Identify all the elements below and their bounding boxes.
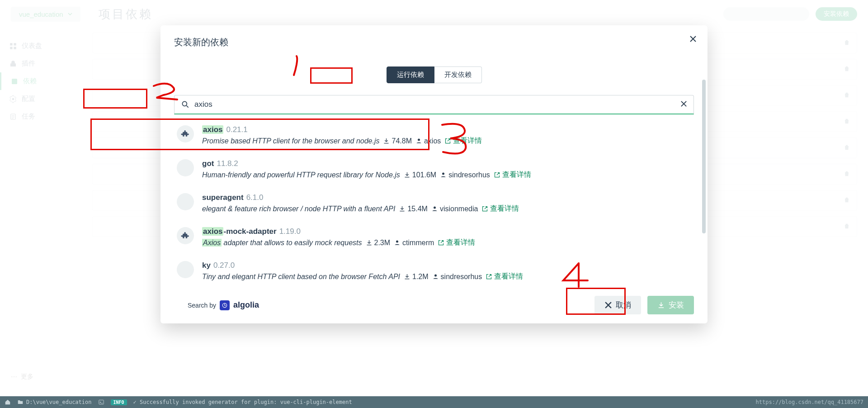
package-version: 1.19.0 xyxy=(279,227,301,236)
status-path[interactable]: D:\vue\vue_education xyxy=(17,399,92,405)
package-name: axios xyxy=(202,125,223,134)
package-name: superagent xyxy=(202,193,244,202)
svg-point-10 xyxy=(434,207,436,209)
status-bar: D:\vue\vue_education INFO ✓ Successfully… xyxy=(0,396,868,408)
svg-point-11 xyxy=(396,241,398,243)
svg-point-8 xyxy=(418,139,420,141)
home-icon[interactable] xyxy=(5,399,11,405)
search-results: axios0.21.1Promise based HTTP client for… xyxy=(174,119,694,289)
owner-meta: axios xyxy=(415,137,441,145)
package-version: 6.1.0 xyxy=(246,193,264,202)
svg-rect-14 xyxy=(99,400,104,404)
downloads-meta: 2.3M xyxy=(366,239,391,247)
owner-meta: ctimmerm xyxy=(394,239,434,247)
result-row[interactable]: ky0.27.0Tiny and elegant HTTP client bas… xyxy=(174,255,691,289)
install-button[interactable]: 安装 xyxy=(647,296,694,314)
search-container xyxy=(174,95,694,114)
clear-icon[interactable] xyxy=(680,100,687,109)
package-name: ky xyxy=(202,261,211,270)
view-detail-link[interactable]: 查看详情 xyxy=(481,204,519,213)
svg-point-7 xyxy=(182,101,187,106)
search-input[interactable] xyxy=(194,100,675,109)
install-dependency-modal: 安装新的依赖 运行依赖 开发依赖 axios0.21.1Promise base… xyxy=(160,25,708,323)
tab-runtime-deps[interactable]: 运行依赖 xyxy=(387,66,434,83)
modal-title: 安装新的依赖 xyxy=(174,36,694,48)
downloads-meta: 1.2M xyxy=(404,273,429,281)
status-url: https://blog.csdn.net/qq_41185677 xyxy=(756,399,863,405)
svg-point-9 xyxy=(442,173,444,175)
view-detail-link[interactable]: 查看详情 xyxy=(494,170,531,180)
svg-point-12 xyxy=(434,275,437,277)
cancel-button[interactable]: 取消 xyxy=(594,296,641,314)
result-row[interactable]: axios-mock-adapter1.19.0Axios adapter th… xyxy=(174,221,691,255)
package-version: 0.27.0 xyxy=(213,261,235,270)
owner-meta: visionmedia xyxy=(431,205,478,213)
algolia-icon xyxy=(220,300,230,310)
package-name: got xyxy=(202,159,214,168)
result-row[interactable]: axios0.21.1Promise based HTTP client for… xyxy=(174,119,691,153)
modal-footer: Search by algolia 取消 安装 xyxy=(174,296,694,314)
view-detail-link[interactable]: 查看详情 xyxy=(438,238,475,247)
package-description: Axios adapter that allows to easily mock… xyxy=(202,239,362,247)
package-version: 0.21.1 xyxy=(226,125,247,134)
package-icon xyxy=(177,261,194,278)
downloads-meta: 74.8M xyxy=(383,137,411,145)
dependency-type-tabs: 运行依赖 开发依赖 xyxy=(174,66,694,83)
package-icon xyxy=(177,227,194,244)
downloads-meta: 15.4M xyxy=(399,205,427,213)
package-icon xyxy=(177,125,194,142)
result-row[interactable]: superagent6.1.0elegant & feature rich br… xyxy=(174,187,691,221)
view-detail-link[interactable]: 查看详情 xyxy=(486,272,523,281)
package-description: elegant & feature rich browser / node HT… xyxy=(202,205,395,213)
search-icon xyxy=(181,100,190,110)
status-tag: INFO xyxy=(111,399,127,405)
view-detail-link[interactable]: 查看详情 xyxy=(444,136,482,146)
tab-dev-deps[interactable]: 开发依赖 xyxy=(434,66,482,83)
package-name: axios-mock-adapter xyxy=(202,227,277,236)
close-icon[interactable] xyxy=(689,35,697,44)
modal-scrollbar[interactable] xyxy=(702,80,706,233)
result-row[interactable]: got11.8.2Human-friendly and powerful HTT… xyxy=(174,153,691,187)
package-description: Promise based HTTP client for the browse… xyxy=(202,137,379,145)
package-icon xyxy=(177,193,194,210)
modal-overlay: 安装新的依赖 运行依赖 开发依赖 axios0.21.1Promise base… xyxy=(0,0,868,408)
owner-meta: sindresorhus xyxy=(432,273,482,281)
owner-meta: sindresorhus xyxy=(440,171,490,179)
algolia-credit: Search by algolia xyxy=(188,300,259,310)
package-version: 11.8.2 xyxy=(217,159,238,168)
package-description: Human-friendly and powerful HTTP request… xyxy=(202,171,400,179)
downloads-meta: 101.6M xyxy=(404,171,436,179)
package-icon xyxy=(177,159,194,176)
package-description: Tiny and elegant HTTP client based on th… xyxy=(202,273,400,281)
status-message: ✓ Successfully invoked generator for plu… xyxy=(133,399,352,405)
terminal-icon[interactable] xyxy=(98,399,104,405)
